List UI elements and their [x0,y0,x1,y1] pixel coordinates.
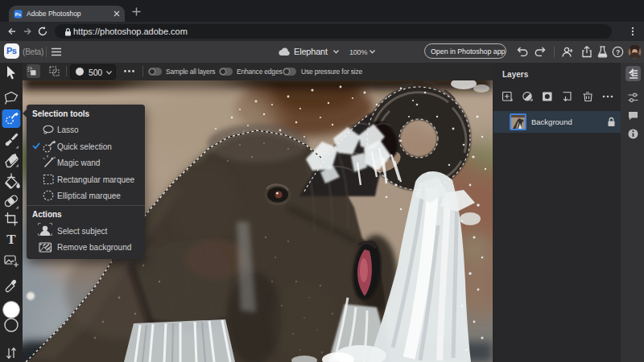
svg-text:Ps: Ps [15,11,22,16]
svg-text:?: ? [616,48,620,56]
svg-text:T: T [6,232,16,247]
